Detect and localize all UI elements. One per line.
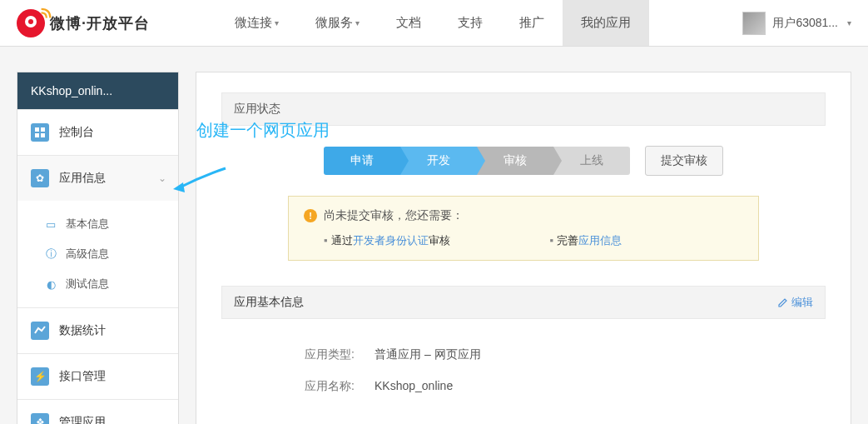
progress-steps: 申请 开发 审核 上线 bbox=[324, 147, 630, 175]
top-nav: 微连接▾ 微服务▾ 文档 支持 推广 我的应用 bbox=[216, 0, 742, 46]
nav-weifuwu[interactable]: 微服务▾ bbox=[297, 0, 378, 46]
sidebar-item-stats[interactable]: 数据统计 bbox=[17, 307, 178, 353]
svg-rect-2 bbox=[35, 133, 39, 137]
notice-item: ▪通过开发者身份认证审核 bbox=[324, 233, 450, 248]
card-icon: ▭ bbox=[44, 217, 57, 231]
annotation-text: 创建一个网页应用 bbox=[196, 119, 330, 142]
console-icon bbox=[31, 123, 49, 142]
svg-marker-4 bbox=[173, 182, 185, 192]
svg-rect-1 bbox=[41, 127, 45, 132]
nav-tuiguang[interactable]: 推广 bbox=[501, 0, 563, 46]
info-icon: ⓘ bbox=[44, 247, 57, 261]
notice-item: ▪完善应用信息 bbox=[550, 233, 622, 248]
logo-text: 微博·开放平台 bbox=[50, 13, 150, 33]
sidebar-item-label: 应用信息 bbox=[59, 171, 106, 186]
sidebar-app-title[interactable]: KKshop_onlin... bbox=[17, 72, 178, 109]
step-apply: 申请 bbox=[324, 147, 400, 175]
sidebar-sub-advanced[interactable]: ⓘ 高级信息 bbox=[17, 239, 178, 269]
chevron-down-icon: ▾ bbox=[275, 18, 279, 27]
sidebar-item-appinfo[interactable]: ✿ 应用信息 ⌄ bbox=[17, 155, 178, 201]
svg-rect-0 bbox=[35, 127, 39, 132]
step-develop: 开发 bbox=[400, 147, 477, 175]
sidebar-item-label: 管理应用 bbox=[59, 415, 106, 424]
user-menu[interactable]: 用户63081... ▾ bbox=[742, 12, 851, 35]
field-value-name: KKshop_online bbox=[374, 379, 453, 394]
sidebar-sub-test[interactable]: ◐ 测试信息 bbox=[17, 269, 178, 299]
username: 用户63081... bbox=[772, 16, 838, 31]
edit-icon bbox=[778, 297, 788, 307]
sidebar: KKshop_onlin... 控制台 ✿ 应用信息 ⌄ ▭ 基本信息 ⓘ 高级… bbox=[17, 72, 179, 424]
basic-info-title: 应用基本信息 bbox=[234, 295, 304, 310]
field-value-type: 普通应用 – 网页应用 bbox=[374, 347, 481, 362]
arrow-icon bbox=[171, 164, 230, 200]
sidebar-item-label: 接口管理 bbox=[59, 369, 106, 384]
warning-icon: ! bbox=[304, 209, 317, 222]
main-content: 创建一个网页应用 应用状态 申请 开发 审核 上线 提交审核 ! 尚未提交审核，… bbox=[196, 72, 851, 424]
edit-button[interactable]: 编辑 bbox=[778, 295, 813, 310]
field-label-name: 应用名称: bbox=[296, 379, 355, 394]
app-info-link[interactable]: 应用信息 bbox=[578, 234, 622, 247]
nav-zhichi[interactable]: 支持 bbox=[439, 0, 501, 46]
logo[interactable]: 微博·开放平台 bbox=[17, 9, 150, 37]
notice-box: ! 尚未提交审核，您还需要： ▪通过开发者身份认证审核 ▪完善应用信息 bbox=[288, 196, 759, 261]
dev-auth-link[interactable]: 开发者身份认证 bbox=[353, 234, 429, 247]
sidebar-sub-basic[interactable]: ▭ 基本信息 bbox=[17, 209, 178, 239]
sidebar-item-label: 数据统计 bbox=[59, 323, 106, 338]
sidebar-item-console[interactable]: 控制台 bbox=[17, 109, 178, 155]
chevron-down-icon: ▾ bbox=[847, 18, 851, 27]
avatar bbox=[742, 12, 766, 35]
chevron-down-icon: ⌄ bbox=[158, 172, 166, 184]
test-icon: ◐ bbox=[44, 277, 57, 291]
sidebar-item-api[interactable]: ⚡ 接口管理 bbox=[17, 353, 178, 399]
step-online: 上线 bbox=[553, 147, 630, 175]
layers-icon: ❖ bbox=[31, 413, 49, 424]
nav-weilianjie[interactable]: 微连接▾ bbox=[216, 0, 297, 46]
sidebar-item-manage[interactable]: ❖ 管理应用 bbox=[17, 399, 178, 424]
gear-icon: ✿ bbox=[31, 169, 49, 187]
plug-icon: ⚡ bbox=[31, 367, 49, 386]
field-label-type: 应用类型: bbox=[296, 347, 355, 362]
chevron-down-icon: ▾ bbox=[355, 18, 360, 27]
nav-wendang[interactable]: 文档 bbox=[378, 0, 439, 46]
notice-title-text: 尚未提交审核，您还需要： bbox=[324, 208, 464, 223]
sidebar-item-label: 控制台 bbox=[59, 125, 94, 140]
weibo-logo-icon bbox=[17, 9, 45, 37]
svg-rect-3 bbox=[41, 133, 45, 137]
nav-myapps[interactable]: 我的应用 bbox=[563, 0, 649, 46]
chart-icon bbox=[31, 322, 49, 340]
step-review: 审核 bbox=[477, 147, 553, 175]
submit-review-button[interactable]: 提交审核 bbox=[645, 146, 723, 176]
